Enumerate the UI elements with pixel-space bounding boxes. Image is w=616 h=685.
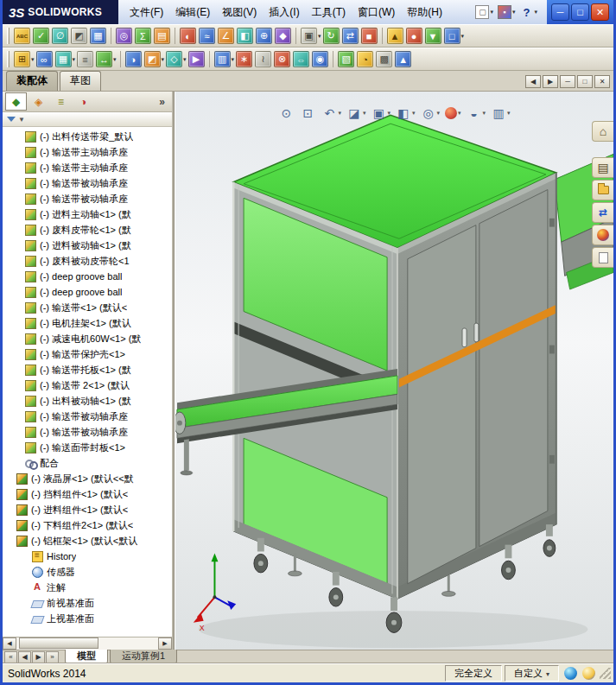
toolbar-button[interactable]: ∞ [35,51,54,67]
close-button[interactable]: ✕ [591,3,609,21]
menu-item[interactable]: 文件(F) [124,3,169,22]
quick-access-button[interactable]: ▢ ▾ [475,5,493,19]
doc-close-button[interactable]: ✕ [594,75,610,88]
custom-status-button[interactable]: 自定义▾ [505,665,559,682]
tree-item[interactable]: (-) deep groove ball [3,269,172,284]
hud-button[interactable]: ◧ ▾ [394,105,417,121]
hud-button[interactable]: ⊙ [276,105,296,121]
toolbar-button[interactable]: ▦ [89,28,111,44]
tree-item[interactable]: (-) deep groove ball [3,284,172,300]
tree-item[interactable]: (-) 下料组件2<1> (默认< [3,517,172,533]
scroll-track[interactable] [16,637,158,650]
displaymanager-tab[interactable]: ◑ [73,92,94,111]
help-sphere-icon[interactable] [564,667,577,680]
left-door[interactable] [408,225,476,584]
tree-item[interactable]: History [3,549,172,564]
toolbar-button[interactable]: ◩ [70,28,89,44]
toolbar-button[interactable]: ∠ [217,28,236,44]
hud-button[interactable]: ⊡ [298,105,318,121]
appearances-icon[interactable] [592,225,613,245]
quick-access-button[interactable]: ▪ ▾ [498,5,516,19]
tree-item[interactable]: (-) 出料传送带梁_默认 [3,129,172,144]
menu-item[interactable]: 工具(T) [306,3,352,22]
propertymanager-tab[interactable]: ◈ [28,92,49,111]
tree-item[interactable]: (-) 挡料组件<1> (默认< [3,486,172,502]
toolbar-button[interactable]: ◔ [356,51,375,67]
door-handle[interactable] [474,323,479,342]
scroll-last-button[interactable]: » [46,651,59,663]
scroll-prev-button[interactable]: ◀ [18,651,31,663]
toolbar-button[interactable]: ↻ [322,28,341,44]
tree-item[interactable]: (-) 电机挂架<1> (默认 [3,315,172,331]
tab-assembly[interactable]: 装配体 [6,71,58,91]
toolbar-button[interactable]: ▦ ▾ [54,51,77,67]
tree-item[interactable]: (-) 出料被动轴<1> (默 [3,393,172,409]
tree-item[interactable]: (-) 废料皮带轮<1> (默 [3,222,172,238]
tree-item[interactable]: 配合 [3,455,172,471]
toolbar-button[interactable]: ▼ [424,28,443,44]
toolbar-grip[interactable] [7,28,10,44]
scroll-first-button[interactable]: « [4,651,17,663]
toolbar-button[interactable]: ▥ ▾ [213,51,236,67]
toolbar-button[interactable]: □ ▾ [443,28,466,44]
tab-motion-study[interactable]: 运动算例1 [110,650,177,664]
tree-item[interactable]: 注解 [3,580,172,595]
featuremanager-tab[interactable]: ◆ [5,92,27,111]
toolbar-button[interactable]: ◇ ▾ [165,51,187,67]
toolbar-button[interactable]: ● [405,28,424,44]
machine-cabinet[interactable] [233,115,556,599]
tree-item[interactable]: (-) 输送面带封板<1> [3,440,172,455]
toolbar-button[interactable]: ▤ [153,28,175,44]
hud-button[interactable]: ▣ ▾ [369,105,392,121]
toolbar-button[interactable]: ◉ [311,51,333,67]
right-door[interactable] [479,190,548,547]
toolbar-button[interactable]: ◑ [124,51,143,67]
toolbar-button[interactable]: ⊕ [255,28,274,44]
tree-item[interactable]: 上视基准面 [3,611,172,626]
tree-item[interactable]: (-) 减速电机60W<1> (默 [3,331,172,346]
tree-item[interactable]: (-) 输送带主动轴承座 [3,144,172,160]
toolbar-button[interactable]: ▲ [386,28,405,44]
menu-item[interactable]: 视图(V) [216,3,263,22]
hud-button[interactable]: ◪ ▾ [345,105,368,121]
toolbar-button[interactable]: ◎ [115,28,134,44]
tree-item[interactable]: (-) 输送带 2<1> (默认 [3,377,172,393]
tree-item[interactable]: (-) 输送带主动轴承座 [3,160,172,175]
previous-document-button[interactable]: ◀ [525,75,541,88]
quick-access-button[interactable]: ? ▾ [519,5,537,19]
menu-item[interactable]: 编辑(E) [169,3,216,22]
door-handle[interactable] [462,328,467,347]
home-icon[interactable]: ⌂ [592,121,613,142]
graphics-viewport[interactable]: X ⊙ ⊡ ↶ [175,92,613,650]
maximize-button[interactable]: □ [571,3,589,21]
hud-button[interactable]: ◎ ▾ [419,105,442,121]
toolbar-button[interactable]: ▶ [187,51,210,67]
minimize-button[interactable]: ─ [551,3,569,21]
toolbar-button[interactable]: ▧ [337,51,356,67]
menu-item[interactable]: 帮助(H) [401,3,448,22]
toolbar-button[interactable]: ⊗ [273,51,292,67]
tree-item[interactable]: (-) 进料主动轴<1> (默 [3,206,172,222]
scroll-next-button[interactable]: ▶ [32,651,45,663]
toolbar-button[interactable]: ≀ [254,51,273,67]
resize-grip[interactable] [600,668,611,679]
design-library-icon[interactable]: ▤ [592,157,613,178]
toolbar-button[interactable]: ■ [360,28,383,44]
hud-button[interactable]: ▥ ▾ [489,105,512,121]
toolbar-button[interactable]: ▲ [394,51,413,67]
scroll-right-button[interactable]: ▶ [158,637,172,650]
hud-button[interactable]: ● ▾ [443,107,463,119]
toolbar-button[interactable]: ◩ ▾ [143,51,166,67]
next-document-button[interactable]: ▶ [543,75,558,88]
menu-item[interactable]: 插入(I) [263,3,305,22]
toolbar-button[interactable]: ⇄ [341,28,360,44]
toolbar-button[interactable]: ⇔ [292,51,311,67]
toolbar-button[interactable]: ✓ [32,28,51,44]
toolbar-button[interactable]: ◧ [236,28,255,44]
tree-item[interactable]: (-) 铝框架<1> (默认<默认 [3,533,172,549]
tree-item[interactable]: (-) 进料被动轴<1> (默 [3,238,172,253]
model-3d-view[interactable]: X [175,92,613,650]
scroll-left-button[interactable]: ◀ [3,637,16,650]
doc-minimize-button[interactable]: ─ [560,75,575,88]
tab-sketch[interactable]: 草图 [60,71,101,91]
